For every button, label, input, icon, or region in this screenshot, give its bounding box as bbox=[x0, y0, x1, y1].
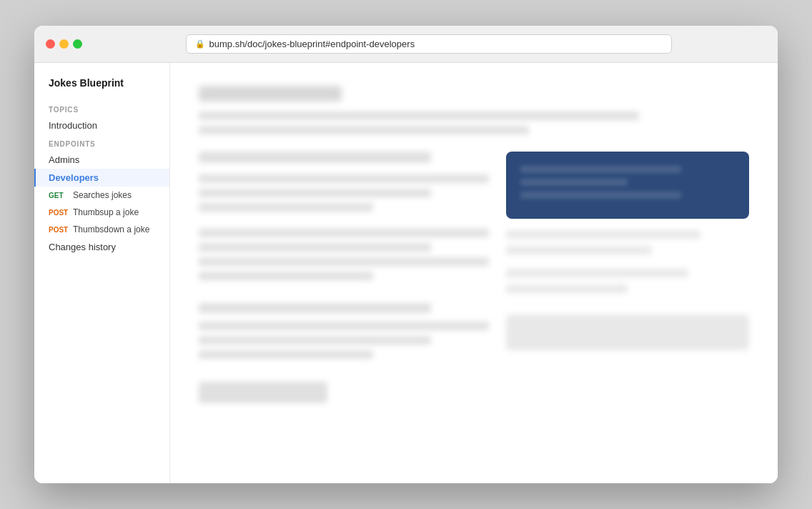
browser-window: 🔒 bump.sh/doc/jokes-blueprint#endpoint-d… bbox=[34, 26, 778, 483]
thumbsdown-label: Thumbsdown a joke bbox=[73, 224, 149, 234]
blurred-content-1 bbox=[199, 174, 489, 183]
sidebar-item-admins[interactable]: Admins bbox=[34, 151, 169, 169]
dark-card-line-3 bbox=[520, 192, 681, 199]
sidebar-item-thumbsdown[interactable]: POST Thumbsdown a joke bbox=[34, 221, 169, 238]
sidebar-title: Jokes Blueprint bbox=[34, 77, 169, 100]
post-badge-thumbsdown: POST bbox=[49, 226, 69, 234]
dark-card-line-1 bbox=[520, 166, 681, 173]
blurred-content-3 bbox=[199, 203, 373, 212]
traffic-lights bbox=[46, 39, 82, 49]
post-badge-thumbsup: POST bbox=[49, 209, 69, 217]
right-blurred-3 bbox=[506, 269, 688, 277]
main-content bbox=[170, 63, 778, 483]
minimize-button[interactable] bbox=[59, 39, 69, 49]
sidebar-item-thumbsup[interactable]: POST Thumbsup a joke bbox=[34, 204, 169, 221]
sidebar-item-changes-history[interactable]: Changes history bbox=[34, 238, 169, 256]
sidebar: Jokes Blueprint TOPICS Introduction ENDP… bbox=[34, 63, 170, 483]
blurred-line-1 bbox=[199, 112, 639, 120]
blurred-code-block bbox=[199, 382, 327, 403]
right-blurred-1 bbox=[506, 230, 700, 239]
blurred-content-9 bbox=[199, 336, 431, 345]
get-badge: GET bbox=[49, 192, 69, 199]
browser-content: Jokes Blueprint TOPICS Introduction ENDP… bbox=[34, 63, 778, 483]
sidebar-item-developers[interactable]: Developers bbox=[34, 169, 169, 187]
blurred-content-7 bbox=[199, 272, 373, 280]
endpoints-section-label: ENDPOINTS bbox=[34, 134, 169, 151]
right-blurred-2 bbox=[506, 246, 652, 254]
sidebar-item-searches-jokes[interactable]: GET Searches jokes bbox=[34, 187, 169, 204]
right-blurred-4 bbox=[506, 285, 628, 293]
blurred-content-2 bbox=[199, 189, 431, 197]
two-col-layout bbox=[199, 152, 749, 409]
address-bar[interactable]: 🔒 bump.sh/doc/jokes-blueprint#endpoint-d… bbox=[186, 34, 672, 54]
blurred-content-4 bbox=[199, 229, 489, 237]
left-column bbox=[199, 152, 489, 409]
topics-section-label: TOPICS bbox=[34, 100, 169, 117]
dark-code-card bbox=[506, 152, 749, 219]
blurred-line-2 bbox=[199, 126, 529, 134]
thumbsup-label: Thumbsup a joke bbox=[73, 207, 139, 217]
lock-icon: 🔒 bbox=[195, 39, 205, 49]
blurred-section-title bbox=[199, 303, 431, 313]
sidebar-item-introduction[interactable]: Introduction bbox=[34, 117, 169, 134]
close-button[interactable] bbox=[46, 39, 55, 49]
maximize-button[interactable] bbox=[73, 39, 82, 49]
browser-chrome: 🔒 bump.sh/doc/jokes-blueprint#endpoint-d… bbox=[34, 26, 778, 63]
dark-card-line-2 bbox=[520, 179, 628, 186]
content-section-top bbox=[199, 86, 749, 134]
url-text: bump.sh/doc/jokes-blueprint#endpoint-dev… bbox=[209, 39, 415, 49]
blurred-subtitle bbox=[199, 152, 431, 163]
blurred-content-8 bbox=[199, 322, 489, 330]
blurred-content-5 bbox=[199, 243, 431, 252]
right-column bbox=[506, 152, 749, 409]
blurred-content-6 bbox=[199, 257, 489, 266]
blurred-content-10 bbox=[199, 350, 373, 359]
searches-jokes-label: Searches jokes bbox=[73, 190, 132, 200]
right-blurred-card bbox=[506, 315, 749, 350]
blurred-title-1 bbox=[199, 86, 342, 102]
